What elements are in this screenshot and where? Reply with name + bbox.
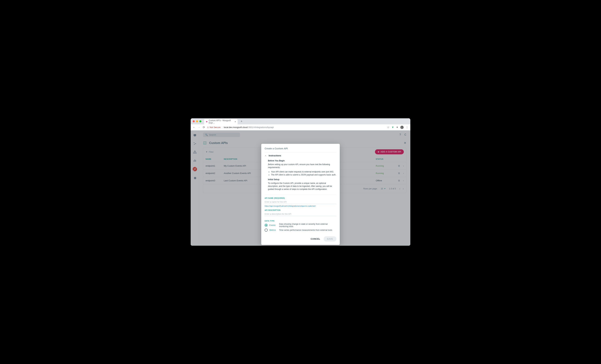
menu-icon[interactable]: ⋮ — [406, 126, 408, 129]
cancel-button[interactable]: CANCEL — [311, 238, 320, 240]
nav-controls: ← → ⟳ — [193, 126, 205, 129]
browser-actions: ☆ ▼ ✦ ⋮ — [387, 126, 408, 129]
radio-events[interactable]: Events Data showing change in state or s… — [265, 223, 336, 227]
chevron-down-icon — [265, 155, 267, 157]
save-button[interactable]: SAVE — [324, 236, 336, 242]
reload-button[interactable]: ⟳ — [203, 126, 205, 129]
tab-title: Custom API's - Moogsoft Expr… — [209, 119, 233, 124]
api-name-label: API NAME (REQUIRED) — [265, 197, 336, 199]
create-api-modal: Create a Custom API Instructions Before … — [261, 144, 340, 245]
window-maximize[interactable] — [199, 120, 201, 122]
url-text: local.dev.moogsoft.cloud:3001/#/integrat… — [224, 126, 274, 128]
api-name-input[interactable] — [265, 200, 336, 204]
security-indicator: ⚠ Not Secure — [207, 126, 220, 128]
instructions-label: Instructions — [269, 154, 281, 157]
traffic-lights — [193, 120, 201, 122]
data-type-label: DATA TYPE — [265, 220, 336, 222]
new-tab-button[interactable]: + — [239, 120, 244, 123]
api-desc-label: API DESCRIPTION — [265, 209, 336, 211]
requirement-item: The API client is able to submit a JSON … — [271, 173, 336, 176]
address-bar[interactable]: ⚠ Not Secure | local.dev.moogsoft.cloud:… — [207, 126, 385, 128]
events-desc: Data showing change in state or severity… — [279, 223, 336, 227]
tab-close-icon[interactable]: × — [235, 120, 236, 123]
requirement-item: Your API client can make requests to ext… — [271, 170, 336, 173]
extensions-icon[interactable]: ✦ — [396, 126, 398, 129]
events-label: Events — [269, 224, 277, 226]
back-button[interactable]: ← — [193, 126, 195, 129]
instructions-body: Before You Begin Before setting up your … — [265, 159, 336, 194]
warning-icon: ⚠ — [207, 126, 209, 128]
api-desc-input[interactable] — [265, 212, 336, 216]
setup-text: To configure the Custom API, provide a u… — [268, 182, 336, 191]
profile-avatar[interactable] — [400, 126, 404, 129]
metrics-desc: Time series performance measurements fro… — [279, 229, 332, 231]
titlebar: Custom API's - Moogsoft Expr… × + — [191, 118, 410, 124]
radio-icon — [265, 229, 268, 232]
before-text: Before setting up your custom API, ensur… — [268, 163, 336, 169]
browser-window: Custom API's - Moogsoft Expr… × + ← → ⟳ … — [191, 118, 410, 246]
not-secure-label: Not Secure — [210, 126, 220, 128]
vue-devtools-icon[interactable]: ▼ — [391, 126, 394, 129]
radio-metrics[interactable]: Metrics Time series performance measurem… — [265, 229, 336, 232]
before-heading: Before You Begin — [268, 159, 336, 162]
url-bar: ← → ⟳ ⚠ Not Secure | local.dev.moogsoft.… — [191, 124, 410, 130]
window-close[interactable] — [193, 120, 195, 122]
metrics-label: Metrics — [269, 229, 277, 231]
bookmark-icon[interactable]: ☆ — [387, 126, 389, 129]
favicon-icon — [206, 120, 208, 123]
forward-button[interactable]: → — [198, 126, 200, 129]
setup-heading: Initial Setup — [268, 178, 336, 181]
instructions-toggle[interactable]: Instructions — [265, 152, 336, 158]
window-minimize[interactable] — [196, 120, 198, 122]
modal-title: Create a Custom API — [265, 147, 336, 152]
browser-tab[interactable]: Custom API's - Moogsoft Expr… × — [204, 119, 238, 124]
app-body: 🔍 Search ? C Custom APIs ✕ — [191, 130, 410, 246]
api-url-hint: https://api.moogsoft.ai/rest/v1/integrat… — [265, 205, 336, 207]
radio-icon — [265, 224, 268, 227]
